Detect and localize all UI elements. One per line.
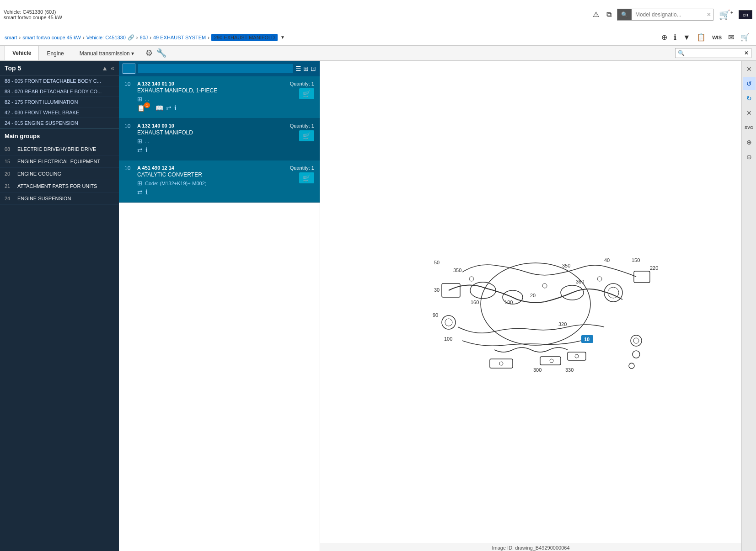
part-name-3: CATALYTIC CONVERTER: [137, 171, 290, 178]
part-name-2: EXHAUST MANIFOLD: [137, 129, 290, 136]
rt-zoom-out-btn[interactable]: ⊖: [743, 150, 756, 163]
cart-add-icon[interactable]: 🛒+: [717, 8, 735, 21]
part-icons-1: ⊞ ...: [137, 96, 290, 102]
tab-engine[interactable]: Engine: [39, 46, 71, 60]
parts-color-box: [123, 64, 135, 74]
model-search-clear[interactable]: ✕: [705, 11, 713, 19]
top5-item-1[interactable]: 88 - 005 FRONT DETACHABLE BODY C...: [0, 76, 119, 86]
tab-search-icon[interactable]: 🔍: [676, 48, 687, 58]
part-row2: 10 A 132 140 00 10 EXHAUST MANIFOLD ⊞ ..…: [124, 123, 314, 154]
part-code-2: A 132 140 00 10: [137, 123, 290, 128]
top5-item-3[interactable]: 82 - 175 FRONT ILLUMINATION: [0, 97, 119, 107]
rt-refresh-btn[interactable]: ↻: [743, 92, 756, 105]
part-book-icon-1[interactable]: 📖: [155, 104, 163, 112]
part-swap-icon-2[interactable]: ⇄: [137, 146, 143, 154]
top5-item-5[interactable]: 24 - 015 ENGINE SUSPENSION: [0, 118, 119, 128]
top5-close-btn[interactable]: «: [111, 64, 114, 72]
part-info-icon-2[interactable]: ℹ: [145, 146, 148, 154]
svg-text:320: 320: [558, 321, 567, 327]
group-item-15[interactable]: 15 ENGINE ELECTRICAL EQUIPMENT: [0, 155, 119, 168]
language-selector[interactable]: en: [739, 10, 752, 19]
part-code-1: A 132 140 01 10: [137, 81, 290, 86]
group-list: 08 ELECTRIC DRIVE/HYBRID DRIVE 15 ENGINE…: [0, 143, 119, 551]
part-details-1: A 132 140 01 10 EXHAUST MANIFOLD, 1-PIEC…: [137, 81, 290, 112]
part-qty-2: Quantity: 1: [290, 123, 314, 128]
part-swap-icon-3[interactable]: ⇄: [137, 188, 143, 196]
part-cart-btn-2[interactable]: 🛒: [299, 130, 314, 141]
svg-text:50: 50: [434, 260, 440, 265]
settings-icon-2[interactable]: 🔧: [156, 48, 166, 58]
part-item-1[interactable]: 10 A 132 140 01 10 EXHAUST MANIFOLD, 1-P…: [119, 76, 320, 118]
parts-filter-input[interactable]: [138, 64, 293, 73]
tab-search-input[interactable]: [687, 49, 742, 57]
group-item-21[interactable]: 21 ATTACHMENT PARTS FOR UNITS: [0, 180, 119, 193]
part-cart-btn-1[interactable]: 🛒: [299, 88, 314, 99]
parts-expand-btn[interactable]: ⊡: [311, 65, 316, 72]
svg-text:160: 160: [471, 300, 479, 305]
breadcrumb-toolbar: ⊕ ℹ ▼ 📋 WIS ✉ 🛒: [659, 32, 751, 43]
breadcrumb-vehicle[interactable]: Vehicle: C451330: [86, 35, 126, 40]
parts-list-view-btn[interactable]: ☰: [295, 65, 301, 72]
header-cart-btn[interactable]: 🛒: [739, 32, 751, 43]
copy-icon[interactable]: ⧉: [605, 10, 613, 20]
parts-list: 10 A 132 140 01 10 EXHAUST MANIFOLD, 1-P…: [119, 76, 320, 551]
part-cart-btn-3[interactable]: 🛒: [299, 172, 314, 183]
part-code-3: A 451 490 12 14: [137, 165, 290, 171]
tab-vehicle[interactable]: Vehicle: [5, 46, 39, 60]
group-item-20[interactable]: 20 ENGINE COOLING: [0, 168, 119, 180]
tab-manual-transmission[interactable]: Manual transmission ▾: [72, 46, 142, 60]
svg-text:180: 180: [504, 300, 513, 305]
part-qty-area-2: Quantity: 1 🛒: [290, 123, 314, 141]
part-item-3[interactable]: 10 A 451 490 12 14 CATALYTIC CONVERTER ⊞…: [119, 160, 320, 203]
model-search-button[interactable]: 🔍: [617, 9, 632, 20]
breadcrumb-smart[interactable]: smart: [5, 35, 17, 40]
rt-close-btn[interactable]: ✕: [743, 63, 756, 75]
doc-btn[interactable]: 📋: [695, 32, 708, 43]
breadcrumb-60j[interactable]: 60J: [140, 35, 148, 40]
svg-text:350: 350: [562, 263, 570, 268]
top5-item-4[interactable]: 42 - 030 FRONT WHEEL BRAKE: [0, 107, 119, 118]
zoom-in-btn[interactable]: ⊕: [659, 32, 669, 43]
mail-btn[interactable]: ✉: [726, 32, 736, 43]
grid-icon-3[interactable]: ⊞: [137, 180, 142, 187]
rt-rotate-btn[interactable]: ↺: [743, 77, 756, 90]
part-pos-3: 10: [124, 165, 137, 171]
top5-title: Top 5: [5, 64, 21, 72]
breadcrumb-exhaust-system[interactable]: 49 EXHAUST SYSTEM: [153, 35, 206, 40]
top5-item-2[interactable]: 88 - 070 REAR DETACHABLE BODY CO...: [0, 86, 119, 97]
diagram-svg: 30 90 350 160 180 20 320 300 330 50 350 …: [403, 213, 659, 391]
filter-btn[interactable]: ▼: [681, 32, 692, 43]
vehicle-info: Vehicle: C451330 (60J) smart fortwo coup…: [4, 9, 62, 20]
rt-svg-btn[interactable]: SVG: [743, 121, 756, 134]
group-item-24[interactable]: 24 ENGINE SUSPENSION: [0, 193, 119, 205]
alert-icon[interactable]: ⚠: [591, 9, 601, 20]
tab-search-clear[interactable]: ✕: [742, 48, 751, 58]
grid-icon-1[interactable]: ⊞: [137, 96, 142, 102]
diagram-area: 30 90 350 160 180 20 320 300 330 50 350 …: [320, 61, 741, 543]
part-table-icon-1[interactable]: 📋 1: [137, 104, 153, 112]
part-name-1: EXHAUST MANIFOLD, 1-PIECE: [137, 87, 290, 94]
top5-controls: ▲ «: [102, 64, 114, 72]
rt-close2-btn[interactable]: ✕: [743, 107, 756, 119]
part-info-icon-3[interactable]: ℹ: [145, 188, 148, 196]
vehicle-link-icon[interactable]: 🔗: [128, 34, 134, 41]
settings-icon-1[interactable]: ⚙: [145, 48, 153, 58]
part-swap-icon-1[interactable]: ⇄: [166, 104, 172, 112]
top5-collapse-btn[interactable]: ▲: [102, 64, 108, 72]
wis-btn[interactable]: WIS: [710, 34, 724, 41]
part-qty-1: Quantity: 1: [290, 81, 314, 86]
part-info-icon-1[interactable]: ℹ: [174, 104, 177, 112]
model-search-box: 🔍 ✕: [617, 9, 713, 21]
svg-text:10: 10: [584, 337, 590, 342]
breadcrumb-model[interactable]: smart fortwo coupe 45 kW: [22, 35, 81, 40]
info-btn[interactable]: ℹ: [672, 32, 678, 43]
rt-zoom-in-btn[interactable]: ⊕: [743, 136, 756, 149]
part-actions-2: ⇄ ℹ: [137, 146, 290, 154]
grid-icon-2[interactable]: ⊞: [137, 138, 142, 144]
part-icons-3: ⊞ Code: (M132+K19)+-M002;: [137, 180, 290, 187]
model-search-input[interactable]: [632, 10, 705, 20]
parts-grid-view-btn[interactable]: ⊞: [303, 65, 309, 72]
breadcrumb-dropdown-arrow[interactable]: ▼: [280, 35, 285, 40]
part-item-2[interactable]: 10 A 132 140 00 10 EXHAUST MANIFOLD ⊞ ..…: [119, 118, 320, 160]
group-item-08[interactable]: 08 ELECTRIC DRIVE/HYBRID DRIVE: [0, 143, 119, 155]
